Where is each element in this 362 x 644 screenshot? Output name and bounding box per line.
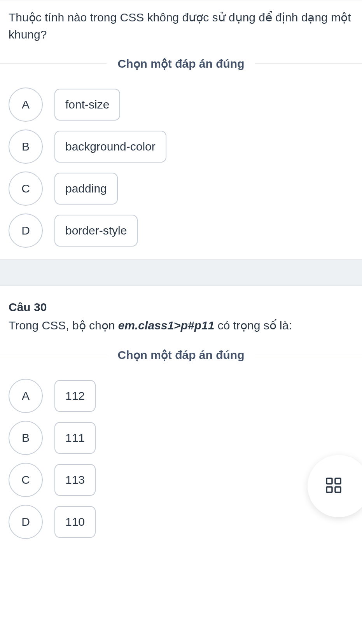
option-b[interactable]: B 111: [9, 421, 353, 455]
question-29-text: Thuộc tính nào trong CSS không được sử d…: [9, 9, 353, 43]
options-list-29: A font-size B background-color C padding…: [9, 88, 353, 248]
rule-line: [0, 63, 107, 64]
svg-rect-2: [327, 487, 332, 492]
q30-text-em: em.class1>p#p11: [118, 319, 215, 332]
grid-icon: [336, 477, 342, 495]
separator-line: [0, 0, 362, 0]
option-label: font-size: [54, 89, 120, 121]
instruction-row: Chọn một đáp án đúng: [0, 348, 362, 362]
option-label: background-color: [54, 131, 166, 163]
option-d[interactable]: D border-style: [9, 214, 353, 248]
instruction-row: Chọn một đáp án đúng: [0, 57, 362, 70]
option-letter: C: [9, 172, 43, 206]
option-label: border-style: [54, 215, 138, 247]
option-c[interactable]: C 113: [9, 463, 353, 497]
option-letter: A: [9, 88, 43, 122]
instruction-text: Chọn một đáp án đúng: [107, 348, 255, 362]
svg-rect-3: [335, 487, 341, 492]
question-30-text: Trong CSS, bộ chọn em.class1>p#p11 có tr…: [9, 317, 353, 334]
option-a[interactable]: A 112: [9, 379, 353, 413]
q30-text-prefix: Trong CSS, bộ chọn: [9, 319, 118, 332]
option-letter: C: [9, 463, 43, 497]
question-29-block: Thuộc tính nào trong CSS không được sử d…: [0, 0, 362, 259]
svg-rect-0: [327, 478, 332, 484]
rule-line: [0, 355, 107, 355]
rule-line: [255, 355, 362, 355]
option-letter: D: [9, 505, 43, 539]
rule-line: [255, 63, 362, 64]
option-letter: D: [9, 214, 43, 248]
section-gap: [0, 259, 362, 286]
options-list-30: A 112 B 111 C 113 D 110: [9, 379, 353, 539]
option-letter: A: [9, 379, 43, 413]
option-label: 112: [54, 380, 96, 412]
option-b[interactable]: B background-color: [9, 130, 353, 164]
option-c[interactable]: C padding: [9, 172, 353, 206]
question-30-block: Câu 30 Trong CSS, bộ chọn em.class1>p#p1…: [0, 301, 362, 551]
option-label: 111: [54, 422, 96, 454]
option-label: 113: [54, 464, 96, 496]
option-d[interactable]: D 110: [9, 505, 353, 539]
option-letter: B: [9, 421, 43, 455]
instruction-text: Chọn một đáp án đúng: [107, 57, 255, 70]
question-30-title: Câu 30: [9, 301, 353, 314]
option-label: padding: [54, 173, 118, 205]
option-letter: B: [9, 130, 43, 164]
q30-text-suffix: có trọng số là:: [214, 319, 292, 332]
option-a[interactable]: A font-size: [9, 88, 353, 122]
option-label: 110: [54, 506, 96, 538]
svg-rect-1: [335, 478, 341, 484]
